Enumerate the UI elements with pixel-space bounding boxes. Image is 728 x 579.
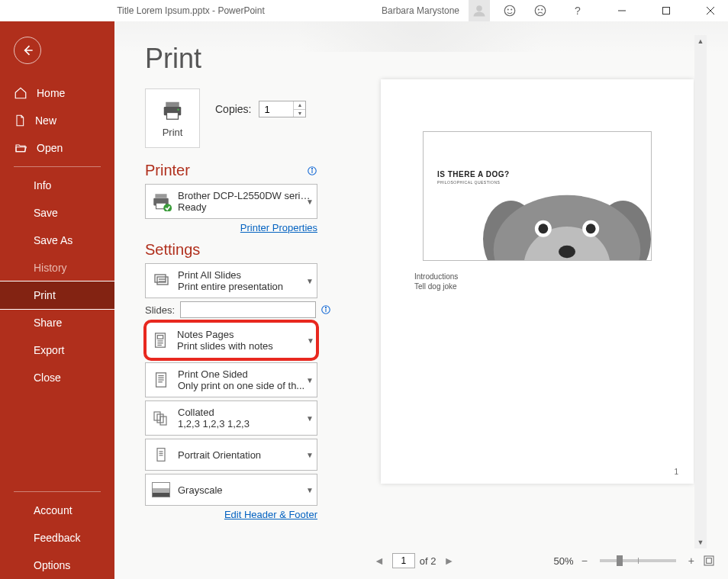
setting-print-all-slides[interactable]: Print All Slides Print entire presentati… bbox=[145, 263, 317, 298]
chevron-down-icon: ▼ bbox=[306, 451, 314, 459]
sidebar-item-open[interactable]: Open bbox=[0, 134, 114, 162]
setting-sub: Print slides with notes bbox=[177, 340, 313, 352]
zoom-out-button[interactable]: − bbox=[578, 555, 591, 567]
feedback-smile-icon[interactable] bbox=[499, 0, 520, 21]
sidebar-item-print[interactable]: Print bbox=[0, 281, 114, 309]
one-sided-icon bbox=[150, 368, 172, 392]
info-icon[interactable] bbox=[307, 166, 317, 176]
svg-point-3 bbox=[511, 9, 512, 10]
sidebar-item-account[interactable]: Account bbox=[0, 497, 114, 524]
scroll-down[interactable]: ▼ bbox=[694, 536, 707, 548]
scroll-up[interactable]: ▲ bbox=[694, 35, 707, 47]
setting-title: Print One Sided bbox=[178, 368, 312, 380]
setting-sub: Print entire presentation bbox=[178, 281, 312, 292]
sidebar-item-options[interactable]: Options bbox=[0, 552, 114, 579]
user-name: Barbara Marystone bbox=[382, 5, 459, 16]
chevron-down-icon: ▼ bbox=[306, 376, 314, 384]
svg-rect-30 bbox=[157, 336, 163, 339]
copies-label: Copies: bbox=[215, 103, 251, 115]
close-button[interactable] bbox=[693, 0, 728, 21]
preview-page-number: 1 bbox=[674, 468, 678, 476]
new-icon bbox=[14, 114, 26, 127]
svg-point-4 bbox=[535, 5, 546, 16]
zoom-to-fit-button[interactable] bbox=[702, 554, 716, 568]
slides-input[interactable] bbox=[180, 301, 316, 318]
printer-heading: Printer bbox=[145, 162, 333, 179]
setting-title: Collated bbox=[178, 407, 312, 418]
sidebar-item-share[interactable]: Share bbox=[0, 309, 114, 336]
collated-icon bbox=[150, 406, 172, 430]
setting-one-sided[interactable]: Print One Sided Only print on one side o… bbox=[145, 362, 317, 397]
preview-footer: ◄ of 2 ► 50% − + bbox=[368, 548, 719, 568]
sidebar-item-new[interactable]: New bbox=[0, 107, 114, 134]
sidebar-item-label: New bbox=[35, 114, 56, 127]
setting-notes-pages[interactable]: Notes Pages Print slides with notes ▼ bbox=[145, 321, 317, 359]
notes-page-icon bbox=[150, 328, 171, 352]
printer-properties-link[interactable]: Printer Properties bbox=[145, 222, 317, 233]
settings-heading: Settings bbox=[145, 241, 333, 259]
app-title: Title Lorem Ipsum.pptx - PowerPoint bbox=[0, 5, 382, 16]
svg-rect-56 bbox=[707, 558, 712, 564]
setting-title: Grayscale bbox=[178, 484, 312, 496]
svg-rect-55 bbox=[704, 556, 714, 565]
home-icon bbox=[14, 86, 27, 100]
maximize-button[interactable] bbox=[649, 0, 684, 21]
svg-point-14 bbox=[177, 108, 179, 111]
preview-page: IS THERE A DOG? PHILOSOPHICAL QUESTIONS bbox=[381, 79, 694, 484]
setting-sub: 1,2,3 1,2,3 1,2,3 bbox=[178, 418, 312, 429]
svg-rect-42 bbox=[157, 449, 165, 462]
svg-point-0 bbox=[476, 5, 482, 11]
sidebar-item-save-as[interactable]: Save As bbox=[0, 227, 114, 254]
svg-rect-23 bbox=[157, 277, 168, 285]
page-number-input[interactable] bbox=[392, 553, 415, 568]
spin-down[interactable]: ▼ bbox=[293, 110, 305, 117]
setting-color[interactable]: Grayscale ▼ bbox=[145, 474, 317, 506]
prev-page-button[interactable]: ◄ bbox=[371, 555, 388, 567]
sidebar-item-home[interactable]: Home bbox=[0, 79, 114, 107]
minimize-button[interactable] bbox=[604, 0, 639, 21]
info-icon[interactable] bbox=[321, 304, 331, 315]
note-line: Tell dog joke bbox=[414, 281, 668, 291]
chevron-down-icon: ▼ bbox=[306, 198, 314, 206]
preview-scrollbar[interactable]: ▲ ▼ bbox=[694, 35, 707, 548]
copies-input[interactable]: 1 ▲▼ bbox=[259, 101, 306, 117]
help-button[interactable]: ? bbox=[560, 0, 595, 21]
zoom-thumb[interactable] bbox=[617, 555, 623, 566]
print-button[interactable]: Print bbox=[145, 88, 200, 148]
chevron-down-icon: ▼ bbox=[307, 336, 314, 345]
grayscale-icon bbox=[150, 478, 172, 502]
sidebar-item-history[interactable]: History bbox=[0, 254, 114, 281]
divider bbox=[14, 491, 101, 492]
zoom-slider[interactable] bbox=[600, 559, 676, 562]
avatar[interactable] bbox=[469, 0, 490, 21]
dog-image bbox=[475, 176, 651, 260]
next-page-button[interactable]: ► bbox=[441, 555, 458, 567]
sidebar-item-info[interactable]: Info bbox=[0, 172, 114, 199]
open-icon bbox=[14, 142, 27, 154]
printer-dropdown[interactable]: Brother DCP-L2550DW serie... Ready ▼ bbox=[145, 184, 317, 219]
feedback-frown-icon[interactable] bbox=[530, 0, 551, 21]
svg-point-1 bbox=[504, 5, 515, 16]
zoom-in-button[interactable]: + bbox=[685, 555, 697, 567]
setting-collated[interactable]: Collated 1,2,3 1,2,3 1,2,3 ▼ bbox=[145, 400, 317, 436]
titlebar: Title Lorem Ipsum.pptx - PowerPoint Barb… bbox=[0, 0, 728, 21]
printer-icon bbox=[159, 99, 185, 122]
page-of-label: of 2 bbox=[420, 555, 436, 567]
spin-up[interactable]: ▲ bbox=[293, 101, 305, 110]
divider bbox=[14, 166, 101, 167]
setting-orientation[interactable]: Portrait Orientation ▼ bbox=[145, 439, 317, 471]
sidebar-item-save[interactable]: Save bbox=[0, 199, 114, 227]
chevron-down-icon: ▼ bbox=[306, 486, 314, 494]
back-button[interactable] bbox=[14, 37, 41, 64]
preview-slide: IS THERE A DOG? PHILOSOPHICAL QUESTIONS bbox=[423, 131, 652, 261]
slides-stack-icon bbox=[150, 269, 172, 293]
svg-rect-19 bbox=[155, 194, 166, 198]
svg-point-17 bbox=[311, 168, 312, 169]
edit-header-footer-link[interactable]: Edit Header & Footer bbox=[145, 509, 317, 520]
sidebar-item-export[interactable]: Export bbox=[0, 336, 114, 364]
printer-status: Ready bbox=[178, 201, 312, 213]
svg-point-51 bbox=[538, 224, 548, 233]
sidebar-item-close[interactable]: Close bbox=[0, 364, 114, 391]
printer-name: Brother DCP-L2550DW serie... bbox=[178, 190, 312, 201]
sidebar-item-feedback[interactable]: Feedback bbox=[0, 524, 114, 552]
